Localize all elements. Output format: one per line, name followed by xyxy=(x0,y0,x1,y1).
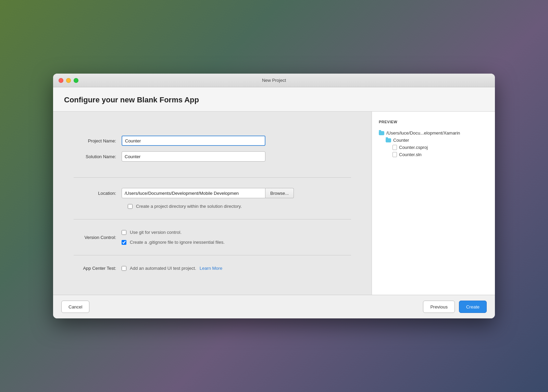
window-footer: Cancel Previous Create xyxy=(53,295,495,318)
maximize-button[interactable] xyxy=(74,78,78,83)
create-gitignore-checkbox[interactable] xyxy=(122,240,126,245)
solution-name-row: Solution Name: xyxy=(74,151,351,162)
project-name-input[interactable] xyxy=(122,136,265,146)
window-body: Project Name: Solution Name: Location: B… xyxy=(53,112,495,295)
previous-button[interactable]: Previous xyxy=(423,301,455,313)
page-title: Configure your new Blank Forms App xyxy=(64,96,484,104)
location-section: Location: Browse... Create a project dir… xyxy=(74,177,351,219)
root-folder-icon xyxy=(379,131,384,135)
minimize-button[interactable] xyxy=(66,78,71,83)
create-project-dir-row: Create a project directory within the so… xyxy=(74,204,351,209)
app-center-text: Add an automated UI test project. xyxy=(130,266,196,271)
browse-button[interactable]: Browse... xyxy=(265,188,294,198)
create-gitignore-item: Create a .gitignore file to ignore iness… xyxy=(122,240,225,245)
location-input[interactable] xyxy=(122,188,265,198)
version-control-row: Version Control: Use git for version con… xyxy=(74,230,351,245)
use-git-item: Use git for version control. xyxy=(122,230,225,235)
footer-right: Previous Create xyxy=(423,301,487,313)
tree-sub-folder: Counter xyxy=(379,137,488,144)
main-content: Project Name: Solution Name: Location: B… xyxy=(53,112,372,295)
close-button[interactable] xyxy=(59,78,63,83)
preview-title: PREVIEW xyxy=(379,120,488,124)
learn-more-link[interactable]: Learn More xyxy=(200,266,222,271)
root-folder-label: /Users/luce/Docu...elopment/Xamarin xyxy=(386,130,460,136)
version-control-label: Version Control: xyxy=(74,235,122,240)
location-label: Location: xyxy=(74,191,122,196)
sln-file-label: Counter.sln xyxy=(399,152,422,157)
tree-file-csproj: Counter.csproj xyxy=(379,144,488,151)
app-center-row: App Center Test: Add an automated UI tes… xyxy=(74,266,351,271)
window-title: New Project xyxy=(262,78,286,83)
csproj-file-label: Counter.csproj xyxy=(399,145,428,150)
sub-folder-label: Counter xyxy=(393,138,409,143)
use-git-label: Use git for version control. xyxy=(130,230,182,235)
tree-file-sln: Counter.sln xyxy=(379,151,488,158)
new-project-window: New Project Configure your new Blank For… xyxy=(53,74,495,318)
cancel-button[interactable]: Cancel xyxy=(61,301,89,313)
app-center-content: Add an automated UI test project. Learn … xyxy=(122,266,222,271)
preview-panel: PREVIEW /Users/luce/Docu...elopment/Xama… xyxy=(372,112,495,295)
create-button[interactable]: Create xyxy=(459,301,487,313)
csproj-file-icon xyxy=(393,145,397,150)
project-name-row: Project Name: xyxy=(74,136,351,146)
location-row: Location: Browse... xyxy=(74,188,351,198)
app-center-checkbox[interactable] xyxy=(122,266,126,271)
project-name-label: Project Name: xyxy=(74,138,122,143)
sub-folder-icon xyxy=(386,138,391,142)
version-control-checkboxes: Use git for version control. Create a .g… xyxy=(122,230,225,245)
footer-left: Cancel xyxy=(61,301,89,313)
name-section: Project Name: Solution Name: xyxy=(74,125,351,177)
solution-name-label: Solution Name: xyxy=(74,154,122,159)
sln-file-icon xyxy=(393,152,397,157)
version-control-section: Version Control: Use git for version con… xyxy=(74,219,351,255)
app-center-label: App Center Test: xyxy=(74,266,122,271)
create-gitignore-label: Create a .gitignore file to ignore iness… xyxy=(130,240,225,245)
location-input-group: Browse... xyxy=(122,188,294,198)
titlebar: New Project xyxy=(53,74,495,87)
app-center-section: App Center Test: Add an automated UI tes… xyxy=(74,255,351,281)
solution-name-input[interactable] xyxy=(122,151,265,162)
window-header: Configure your new Blank Forms App xyxy=(53,87,495,112)
tree-root-folder: /Users/luce/Docu...elopment/Xamarin xyxy=(379,129,488,137)
create-project-dir-label: Create a project directory within the so… xyxy=(136,204,242,209)
preview-tree: /Users/luce/Docu...elopment/Xamarin Coun… xyxy=(379,129,488,158)
create-project-dir-checkbox[interactable] xyxy=(128,204,133,209)
use-git-checkbox[interactable] xyxy=(122,230,126,235)
traffic-lights xyxy=(59,78,78,83)
